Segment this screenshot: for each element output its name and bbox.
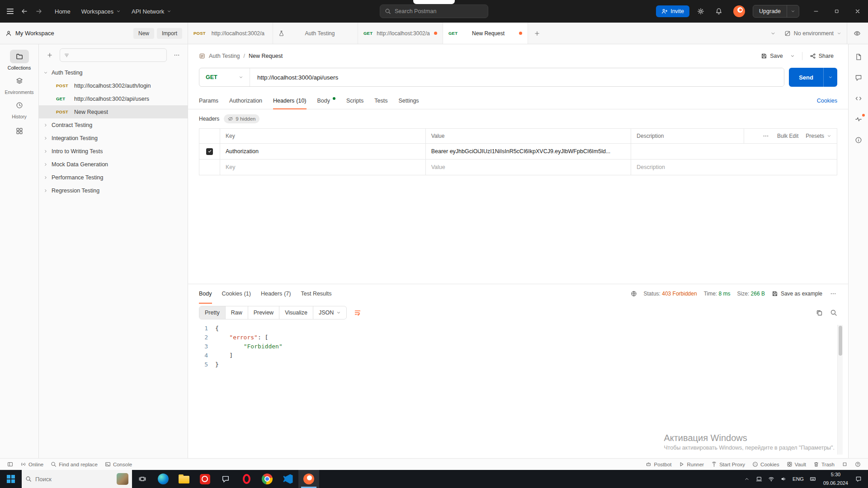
rail-more-button[interactable] — [16, 127, 23, 135]
vault-button[interactable]: Vault — [783, 460, 810, 469]
tab-headers[interactable]: Headers(10) — [273, 92, 306, 109]
collections-more-button[interactable] — [170, 49, 183, 61]
taskbar-app-edge[interactable] — [153, 470, 174, 488]
trash-button[interactable]: Trash — [810, 460, 838, 469]
tray-device-button[interactable] — [753, 476, 765, 482]
add-tab-button[interactable] — [528, 23, 546, 44]
view-pretty[interactable]: Pretty — [199, 306, 226, 319]
start-proxy-button[interactable]: Start Proxy — [708, 460, 749, 469]
copy-response-button[interactable] — [816, 309, 823, 316]
tray-volume-button[interactable] — [777, 476, 789, 482]
view-preview[interactable]: Preview — [248, 306, 279, 319]
save-as-example-button[interactable]: Save as example — [772, 291, 822, 297]
tree-item-request[interactable]: GET http://localhost:3002/api/users — [39, 92, 188, 105]
window-close-button[interactable] — [847, 0, 868, 23]
tree-item-collection[interactable]: Contract Testing — [39, 118, 188, 131]
breadcrumb-request-name[interactable]: New Request — [249, 53, 283, 59]
upgrade-caret-button[interactable] — [787, 5, 799, 17]
account-button[interactable] — [730, 2, 748, 20]
placeholder-value-cell[interactable]: Value — [426, 160, 632, 175]
response-tab-cookies[interactable]: Cookies(1) — [222, 284, 251, 303]
environment-quick-look-button[interactable] — [847, 23, 867, 44]
placeholder-description-cell[interactable]: Description — [631, 160, 837, 175]
keyboard-layout-button[interactable] — [807, 476, 819, 482]
tree-item-request[interactable]: POST http://localhost:3002/auth/login — [39, 79, 188, 92]
new-button[interactable]: New — [133, 28, 154, 39]
request-tab-4-active[interactable]: GET New Request — [443, 23, 528, 44]
help-button[interactable] — [851, 460, 864, 469]
task-view-button[interactable] — [132, 470, 153, 488]
request-tab-2[interactable]: Auth Testing — [273, 23, 358, 44]
upgrade-button[interactable]: Upgrade — [753, 5, 787, 17]
bulk-edit-button[interactable]: Bulk Edit — [777, 133, 798, 139]
request-tab-1[interactable]: POST http://localhost:3002/a — [188, 23, 273, 44]
cookies-button[interactable]: Cookies — [749, 460, 783, 469]
workspace-name[interactable]: My Workspace — [15, 30, 54, 37]
format-select[interactable]: JSON — [313, 306, 346, 319]
hidden-headers-toggle[interactable]: 9 hidden — [224, 114, 259, 123]
new-collection-button[interactable] — [43, 49, 56, 61]
table-more-button[interactable] — [762, 132, 770, 140]
method-select[interactable]: GET — [199, 68, 250, 86]
activity-button[interactable] — [854, 115, 863, 124]
two-pane-button[interactable] — [838, 460, 851, 469]
taskbar-app-mail[interactable] — [215, 470, 236, 488]
clock-button[interactable]: 5:30 09.06.2024 — [819, 472, 852, 486]
search-highlight-thumbnail[interactable] — [117, 473, 128, 485]
tab-params[interactable]: Params — [199, 92, 218, 109]
search-response-button[interactable] — [830, 309, 837, 316]
scrollbar-thumb[interactable] — [839, 326, 842, 356]
tree-item-collection[interactable]: Mock Data Generation — [39, 158, 188, 171]
view-visualize[interactable]: Visualize — [279, 306, 313, 319]
code-snippet-button[interactable] — [854, 94, 863, 103]
cookies-link[interactable]: Cookies — [817, 98, 837, 104]
taskbar-app-opera[interactable] — [236, 470, 257, 488]
tab-overflow-button[interactable] — [767, 28, 779, 39]
wrap-lines-button[interactable] — [354, 309, 361, 316]
header-value-cell[interactable]: Bearer eyJhbGciOiJIUzI1NiIsInR5cCI6IkpXV… — [426, 144, 632, 159]
tree-item-request-selected[interactable]: POST New Request — [39, 105, 188, 118]
find-and-replace-button[interactable]: Find and replace — [47, 460, 101, 469]
response-tab-body[interactable]: Body — [199, 284, 212, 303]
placeholder-key-cell[interactable]: Key — [220, 160, 426, 175]
sidebar-item-history[interactable]: History — [1, 99, 38, 119]
runner-button[interactable]: Runner — [675, 460, 708, 469]
taskbar-app-vscode[interactable] — [278, 470, 298, 488]
tree-item-collection[interactable]: Performance Testing — [39, 171, 188, 184]
api-network-menu-button[interactable]: API Network — [127, 5, 176, 18]
global-search[interactable]: Search Postman — [380, 5, 488, 18]
postbot-button[interactable]: Postbot — [642, 460, 675, 469]
info-button[interactable] — [854, 136, 863, 145]
tab-settings[interactable]: Settings — [398, 92, 419, 109]
response-scrollbar[interactable] — [837, 325, 843, 455]
response-tab-headers[interactable]: Headers(7) — [261, 284, 291, 303]
tab-scripts[interactable]: Scripts — [346, 92, 363, 109]
documentation-button[interactable] — [854, 52, 863, 61]
notifications-button[interactable] — [712, 5, 726, 18]
taskbar-app-chrome[interactable] — [257, 470, 278, 488]
tree-item-auth-testing[interactable]: Auth Testing — [39, 66, 188, 79]
request-tab-3[interactable]: GET http://localhost:3002/a — [358, 23, 443, 44]
send-button[interactable]: Send — [789, 68, 823, 87]
sidebar-item-environments[interactable]: Environments — [1, 74, 38, 95]
response-more-button[interactable] — [829, 290, 837, 298]
sidebar-item-collections[interactable]: Collections — [1, 50, 38, 70]
collection-search-box[interactable] — [60, 48, 167, 62]
taskbar-search-input[interactable] — [35, 476, 113, 483]
environment-selector[interactable]: No environment — [779, 28, 847, 39]
taskbar-app-postman-active[interactable] — [298, 470, 319, 488]
tray-network-button[interactable] — [765, 476, 777, 482]
send-caret-button[interactable] — [823, 68, 837, 87]
header-row-checkbox[interactable] — [206, 148, 213, 155]
tab-authorization[interactable]: Authorization — [229, 92, 262, 109]
window-maximize-button[interactable] — [826, 0, 847, 23]
nav-back-button[interactable] — [18, 5, 31, 18]
input-language-button[interactable]: ENG — [789, 476, 807, 482]
console-button[interactable]: Console — [101, 460, 136, 469]
workspaces-menu-button[interactable]: Workspaces — [77, 5, 125, 18]
taskbar-app-explorer[interactable] — [174, 470, 194, 488]
online-status[interactable]: Online — [17, 460, 47, 469]
window-minimize-button[interactable] — [806, 0, 826, 23]
collection-search-input[interactable] — [72, 52, 163, 58]
save-caret-button[interactable] — [787, 51, 798, 61]
